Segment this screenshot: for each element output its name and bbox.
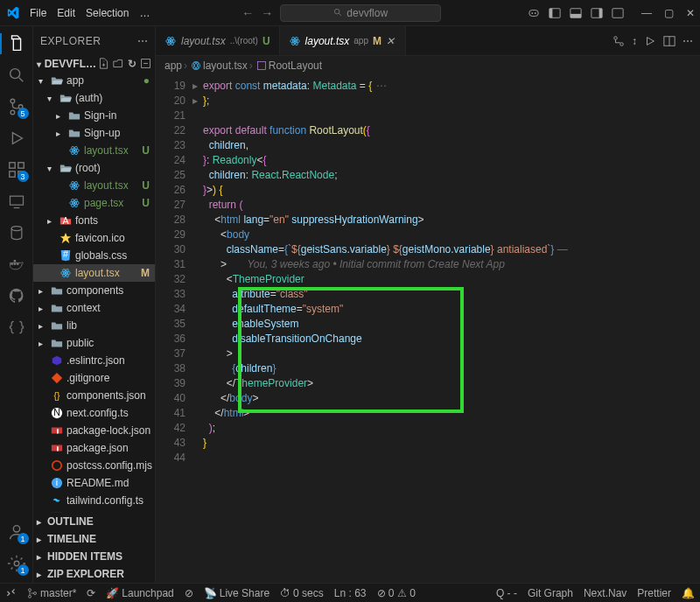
status-launchpad[interactable]: 🚀 Launchpad	[106, 587, 173, 599]
tree-item--auth-[interactable]: ▾(auth)	[33, 89, 155, 107]
tree-item-components[interactable]: ▸components	[33, 282, 155, 299]
tree-item--root-[interactable]: ▾(root)	[33, 159, 155, 177]
collapse-icon[interactable]	[140, 58, 151, 70]
nav-back[interactable]: ←	[242, 6, 254, 20]
folder-icon	[68, 127, 80, 139]
status-gitgraph[interactable]: Git Graph	[528, 587, 573, 599]
tree-item-Sign-in[interactable]: ▸Sign-in	[33, 107, 155, 124]
status-q[interactable]: Q - -	[496, 587, 517, 599]
status-bell-icon[interactable]: 🔔	[682, 587, 695, 599]
copilot-icon[interactable]	[528, 7, 540, 19]
activity-docker[interactable]	[6, 254, 27, 275]
code-editor[interactable]: 1920212223242526272829303132333435363738…	[156, 75, 700, 583]
status-problems[interactable]: ⊘ 0 ⚠ 0	[377, 587, 416, 599]
sidebar-more-icon[interactable]: ⋯	[137, 35, 149, 47]
layout-panel-icon[interactable]	[570, 7, 582, 19]
react-icon	[60, 267, 72, 279]
compare-branch-icon[interactable]	[612, 35, 625, 47]
status-remote[interactable]	[5, 587, 17, 598]
customize-layout-icon[interactable]	[612, 7, 624, 19]
tree-item-README-md[interactable]: iREADME.md	[33, 474, 155, 492]
tree-item--gitignore[interactable]: .gitignore	[33, 369, 155, 387]
zip-section[interactable]: ▸ZIP EXPLORER	[33, 565, 155, 583]
tab-layout.tsx[interactable]: layout.tsxappM✕	[280, 26, 406, 55]
activity-account[interactable]: 1	[6, 522, 27, 542]
svg-rect-2	[529, 10, 539, 16]
status-lens[interactable]: ⊘	[185, 587, 193, 599]
title-bar: File Edit Selection … ← → devvflow — ▢ ✕	[0, 0, 700, 26]
breadcrumbs[interactable]: app › layout.tsx › RootLayout	[156, 56, 700, 75]
menu-selection[interactable]: Selection	[80, 5, 134, 21]
split-editor-icon[interactable]	[663, 35, 676, 47]
activity-search[interactable]	[6, 65, 27, 86]
activity-remote[interactable]	[6, 191, 27, 212]
tree-item-app[interactable]: ▾app●	[33, 72, 155, 89]
menu-edit[interactable]: Edit	[52, 5, 80, 21]
status-ln[interactable]: Ln : 63	[334, 587, 367, 599]
react-icon	[68, 179, 80, 192]
svg-line-1	[340, 13, 342, 16]
status-liveshare[interactable]: 📡 Live Share	[204, 587, 270, 599]
tree-item-fonts[interactable]: ▸Afonts	[33, 212, 155, 229]
new-file-icon[interactable]	[98, 58, 109, 70]
tab-layout.tsx[interactable]: layout.tsx..\(root)U	[156, 26, 280, 55]
status-prettier[interactable]: Prettier	[637, 587, 671, 599]
tree-item-favicon-ico[interactable]: favicon.ico	[33, 229, 155, 247]
window-minimize[interactable]: —	[641, 7, 652, 19]
nav-forward[interactable]: →	[261, 6, 273, 20]
tree-item-layout-tsx[interactable]: layout.tsxM	[33, 264, 155, 282]
svg-point-14	[10, 99, 15, 103]
git-icon	[51, 372, 63, 384]
activity-explorer[interactable]	[6, 33, 27, 54]
new-folder-icon[interactable]	[113, 58, 124, 70]
status-sync[interactable]: ⟳	[87, 587, 95, 599]
tree-item-public[interactable]: ▸public	[33, 334, 155, 352]
svg-point-73	[614, 36, 618, 39]
project-header[interactable]: ▾ DEVVFL… ↻	[33, 56, 155, 72]
layout-sidebar-right-icon[interactable]	[591, 7, 603, 19]
status-time[interactable]: ⏱ 0 secs	[280, 587, 324, 599]
hidden-section[interactable]: ▸HIDDEN ITEMS	[33, 548, 155, 565]
tree-item-package-json[interactable]: package.json	[33, 439, 155, 457]
tab-more-icon[interactable]: ⋯	[682, 35, 693, 47]
tab-nav-icon[interactable]: ↕	[632, 35, 637, 47]
status-nextnav[interactable]: Next.Nav	[584, 587, 626, 599]
activity-settings[interactable]: 1	[6, 553, 27, 574]
menu-more[interactable]: …	[134, 5, 155, 21]
activity-debug[interactable]	[6, 128, 27, 149]
sidebar: EXPLORER ⋯ ▾ DEVVFL… ↻ ▾app●▾(auth)▸Sign…	[33, 26, 156, 583]
tree-item-context[interactable]: ▸context	[33, 299, 155, 317]
tree-item-package-lock-json[interactable]: package-lock.json	[33, 422, 155, 439]
outline-section[interactable]: ▸OUTLINE	[33, 513, 155, 530]
tree-item-tailwind-config-ts[interactable]: tailwind.config.ts	[33, 492, 155, 509]
tree-item-Sign-up[interactable]: ▸Sign-up	[33, 124, 155, 142]
activity-github[interactable]	[6, 285, 27, 306]
svg-rect-19	[9, 172, 14, 177]
svg-rect-81	[257, 62, 265, 70]
tree-item-page-tsx[interactable]: page.tsxU	[33, 194, 155, 212]
activity-scm[interactable]: 5	[6, 96, 27, 117]
tree-item--eslintrc-json[interactable]: .eslintrc.json	[33, 352, 155, 369]
timeline-section[interactable]: ▸TIMELINE	[33, 530, 155, 548]
tree-item-globals-css[interactable]: #globals.css	[33, 247, 155, 264]
layout-sidebar-left-icon[interactable]	[549, 7, 561, 19]
tree-item-layout-tsx[interactable]: layout.tsxU	[33, 177, 155, 194]
run-icon[interactable]	[644, 35, 656, 47]
close-icon[interactable]: ✕	[386, 35, 396, 47]
tree-item-next-config-ts[interactable]: Nnext.config.ts	[33, 404, 155, 422]
refresh-icon[interactable]: ↻	[128, 58, 136, 70]
svg-point-83	[29, 595, 32, 598]
svg-point-15	[10, 110, 15, 115]
activity-extensions[interactable]: 3	[6, 159, 27, 180]
window-maximize[interactable]: ▢	[664, 7, 674, 19]
status-branch[interactable]: master*	[27, 587, 76, 599]
tree-item-components-json[interactable]: {}components.json	[33, 387, 155, 404]
activity-server[interactable]	[6, 222, 27, 243]
command-center[interactable]: devvflow	[280, 4, 441, 22]
menu-file[interactable]: File	[24, 5, 52, 21]
activity-bracket[interactable]	[6, 317, 27, 338]
window-close[interactable]: ✕	[686, 7, 695, 19]
tree-item-layout-tsx[interactable]: layout.tsxU	[33, 142, 155, 159]
tree-item-lib[interactable]: ▸lib	[33, 317, 155, 334]
tree-item-postcss-config-mjs[interactable]: postcss.config.mjs	[33, 457, 155, 474]
